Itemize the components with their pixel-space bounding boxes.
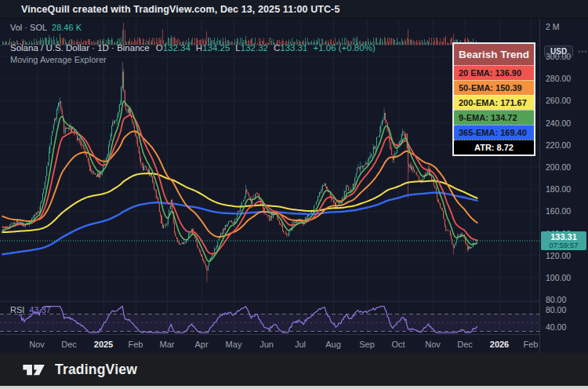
high-label: H [196,43,202,53]
tradingview-chart-window: VinceQuill created with TradingView.com,… [0,0,588,389]
price-axis-label: 260.00 [546,96,571,105]
attribution-bar: VinceQuill created with TradingView.com,… [0,0,588,19]
price-axis-label: 100.00 [546,273,571,282]
current-price-badge[interactable]: 133.31 07:59:57 [541,231,586,250]
time-axis-label: Nov [425,340,441,349]
indicator-title: Moving Average Explorer [10,55,107,64]
trend-legend-row: 20 EMA: 136.90 [454,65,534,80]
footer-bar: TradingView [0,353,588,386]
high-value: 134.25 [202,43,230,53]
rsi-axis-label: 40.00 [546,322,566,332]
price-axis-label: 160.00 [546,206,571,216]
time-axis-label: Dec [457,340,473,349]
time-axis-label: Jun [260,340,274,349]
more-options-dots-icon[interactable]: ••• [578,48,587,56]
rsi-value: 43.37 [29,305,51,314]
trend-legend-row: 50-EMA: 150.39 [454,80,534,95]
price-axis-label: 200.00 [546,162,571,172]
brand-name[interactable]: TradingView [55,362,137,378]
bar-countdown: 07:59:57 [541,242,586,249]
symbol-title-row[interactable]: Solana / U.S. Dollar · 1D · Binance O132… [10,43,376,53]
atr-row: ATR: 8.72 [454,140,534,155]
time-axis-label: Apr [194,340,208,349]
time-axis-label: 2026 [490,340,509,349]
time-axis-label: Dec [61,340,77,349]
rsi-axis-label: 80.00 [546,305,566,314]
trend-legend-box[interactable]: Bearish Trend 20 EMA: 136.9050-EMA: 150.… [452,42,535,156]
volume-indicator-row[interactable]: Vol · SOL 28.46 K [10,23,82,32]
price-axis-label: 300.00 [546,52,571,61]
bottom-edge-strip [0,386,588,389]
open-label: O [156,43,163,53]
volume-indicator-label: Vol · SOL [10,23,47,32]
time-axis-label: Mar [160,340,175,349]
attribution-text: VinceQuill created with TradingView.com,… [21,4,339,15]
time-axis-label: Nov [29,340,45,349]
trend-legend-row: 9-EMA: 134.72 [454,110,534,125]
time-axis-label: Feb [129,340,143,349]
trend-legend-row: 365-EMA: 169.40 [454,125,534,140]
time-axis[interactable]: NovDec2025FebMarAprMayJunJulAugSepOctNov… [0,334,540,353]
price-axis-label: 120.00 [546,251,571,260]
open-value: 132.34 [163,43,191,53]
close-label: C [274,43,280,53]
low-value: 132.32 [241,43,268,53]
price-axis-label: 280.00 [546,74,571,83]
ohlc-readout: O132.34 H134.25 L132.32 C133.31 +1.06 (+… [156,43,376,53]
rsi-label: RSI [10,305,24,314]
price-axis-label: 80.00 [546,295,566,304]
chart-area[interactable]: Vol · SOL 28.46 K Solana / U.S. Dollar ·… [0,19,588,353]
time-axis-label: 2025 [94,340,113,349]
time-axis-label: May [226,340,242,349]
trend-legend-row: 200-EMA: 171.67 [454,95,534,110]
price-axis-label: 180.00 [546,184,571,194]
price-scale[interactable]: 2 M USD ••• 300.00280.00260.00240.00220.… [539,19,588,353]
tradingview-logo-icon[interactable] [21,361,48,378]
change-value: +1.06 (+0.80%) [313,43,375,53]
trend-legend-title: Bearish Trend [454,44,534,65]
time-axis-label: Sep [359,340,375,349]
indicator-title-row[interactable]: Moving Average Explorer [10,55,107,64]
volume-value: 28.46 K [52,23,82,32]
time-axis-label: Aug [325,340,341,349]
time-axis-label: Feb [524,340,539,349]
price-axis-label: 240.00 [546,118,571,128]
rsi-indicator-row[interactable]: RSI 43.37 [10,305,51,314]
price-axis-label: 220.00 [546,140,571,150]
time-axis-label: Jul [295,340,306,349]
volume-axis-label: 2 M [546,22,560,31]
symbol-title: Solana / U.S. Dollar · 1D · Binance [10,43,150,53]
trend-legend-rows: 20 EMA: 136.9050-EMA: 150.39200-EMA: 171… [454,65,534,140]
close-value: 133.31 [280,43,307,53]
time-axis-label: Oct [391,340,405,349]
